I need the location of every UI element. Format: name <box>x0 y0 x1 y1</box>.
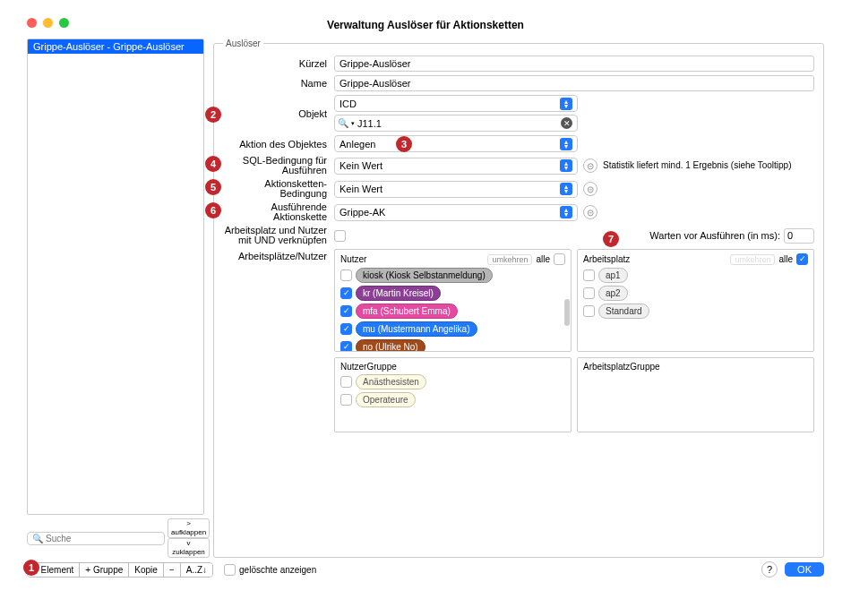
ap-chip: ap1 <box>598 268 628 283</box>
maximize-icon[interactable] <box>59 18 69 28</box>
label-apnutzer: Arbeitsplätze/Nutzer <box>223 249 327 261</box>
name-field[interactable] <box>334 75 814 91</box>
badge-4: 4 <box>205 156 221 172</box>
ap-checkbox[interactable] <box>583 287 595 299</box>
list-item[interactable]: mu (Mustermann Angelika) <box>340 321 565 337</box>
search-icon: 🔍 <box>32 534 43 543</box>
label-apund: Arbeitsplatz und Nutzer mit UND verknüpf… <box>223 226 327 245</box>
info-icon[interactable]: ⊝ <box>583 158 597 173</box>
ap-checkbox[interactable] <box>583 270 595 281</box>
user-checkbox[interactable] <box>340 287 352 299</box>
list-item[interactable]: no (Ulrike No) <box>340 339 565 352</box>
list-item[interactable]: ap2 <box>583 286 808 301</box>
search-icon: 🔍 <box>338 118 348 128</box>
help-button[interactable]: ? <box>761 561 778 578</box>
ausf-select[interactable]: Grippe-AK ▴▾ <box>334 204 578 221</box>
ap-chip: ap2 <box>598 286 628 301</box>
apund-checkbox[interactable] <box>334 230 346 242</box>
list-item[interactable]: Operateure <box>340 392 565 407</box>
close-icon[interactable] <box>27 18 37 28</box>
objekt-select[interactable]: ICD ▴▾ <box>334 95 578 112</box>
tree-item-selected[interactable]: Grippe-Auslöser - Grippe-Auslöser <box>28 39 203 54</box>
group-checkbox[interactable] <box>340 394 352 406</box>
badge-7: 7 <box>603 231 619 247</box>
kuerzel-field[interactable] <box>334 56 814 72</box>
group-checkbox[interactable] <box>340 376 352 388</box>
deleted-checkbox[interactable] <box>224 564 236 576</box>
label-kuerzel: Kürzel <box>223 58 327 69</box>
list-item[interactable]: ap1 <box>583 268 808 283</box>
panel-nutzer: Nutzer umkehren alle kiosk (Kiosk Selbst… <box>334 249 572 352</box>
panel-title: Arbeitsplatz <box>583 254 630 264</box>
panel-apgruppe: ArbeitsplatzGruppe <box>577 357 814 432</box>
user-checkbox[interactable] <box>340 323 352 335</box>
clear-icon[interactable]: ✕ <box>561 117 572 129</box>
chevron-down-icon: ▾ <box>351 120 355 127</box>
info-icon[interactable]: ⊝ <box>583 182 597 196</box>
label-warten: Warten vor Ausführen (in ms): <box>649 230 780 241</box>
user-chip: mu (Mustermann Angelika) <box>356 321 477 337</box>
info-icon[interactable]: ⊝ <box>583 205 597 219</box>
chevron-updown-icon: ▴▾ <box>560 138 572 150</box>
kopie-button[interactable]: Kopie <box>129 563 164 577</box>
user-checkbox[interactable] <box>340 270 352 281</box>
all-label: alle <box>536 254 550 264</box>
user-chip: kiosk (Kiosk Selbstanmeldung) <box>356 268 493 283</box>
list-item[interactable]: kr (Martin Kreisel) <box>340 286 565 301</box>
expand-button[interactable]: > aufklappen <box>168 518 210 538</box>
user-checkbox[interactable] <box>340 341 352 352</box>
group-chip: Anästhesisten <box>356 374 426 389</box>
deleted-label: gelöschte anzeigen <box>239 565 316 575</box>
panel-nutzergruppe: NutzerGruppe AnästhesistenOperateure <box>334 357 572 432</box>
user-chip: mfa (Schubert Emma) <box>356 304 458 319</box>
scrollbar[interactable] <box>564 299 570 326</box>
user-chip: no (Ulrike No) <box>356 339 426 352</box>
badge-3: 3 <box>396 136 412 152</box>
list-item[interactable]: Anästhesisten <box>340 374 565 389</box>
list-item[interactable]: kiosk (Kiosk Selbstanmeldung) <box>340 268 565 283</box>
minus-button[interactable]: − <box>164 563 181 577</box>
objekt-search[interactable]: 🔍 ▾ J11.1 ✕ <box>334 115 578 132</box>
chevron-updown-icon: ▴▾ <box>560 98 572 110</box>
all-checkbox[interactable] <box>554 253 565 265</box>
collapse-button[interactable]: v zuklappen <box>168 538 210 558</box>
ap-checkbox[interactable] <box>583 305 595 317</box>
label-name: Name <box>223 78 327 89</box>
invert-button[interactable]: umkehren <box>730 254 775 265</box>
akbed-select[interactable]: Kein Wert ▴▾ <box>334 181 578 198</box>
label-akbed: Aktionsketten-Bedingung <box>264 178 327 199</box>
sidebar-search[interactable]: 🔍 <box>27 532 165 545</box>
badge-2: 2 <box>205 107 221 123</box>
toolbar-buttons: + Element + Gruppe Kopie − A..Z↓ <box>27 562 213 578</box>
trigger-tree[interactable]: Grippe-Auslöser - Grippe-Auslöser <box>27 38 204 515</box>
chevron-updown-icon: ▴▾ <box>560 206 572 218</box>
badge-6: 6 <box>205 202 221 218</box>
window-title: Verwaltung Auslöser für Aktionsketten <box>27 19 824 31</box>
user-checkbox[interactable] <box>340 305 352 317</box>
ok-button[interactable]: OK <box>785 562 824 577</box>
badge-5: 5 <box>205 179 221 195</box>
list-item[interactable]: mfa (Schubert Emma) <box>340 304 565 319</box>
user-chip: kr (Martin Kreisel) <box>356 286 441 301</box>
sort-button[interactable]: A..Z↓ <box>181 563 212 577</box>
label-aktion: Aktion des Objektes <box>223 139 327 150</box>
search-input[interactable] <box>46 534 159 543</box>
sql-hint: Statistik liefert mind. 1 Ergebnis (sieh… <box>603 160 791 171</box>
all-checkbox[interactable] <box>796 253 808 265</box>
panel-arbeitsplatz: Arbeitsplatz umkehren alle ap1ap2Standar… <box>577 249 814 352</box>
all-label: alle <box>778 254 793 264</box>
panel-title: ArbeitsplatzGruppe <box>583 362 660 372</box>
label-sql: SQL-Bedingung für Ausführen <box>243 155 327 175</box>
badge-1: 1 <box>23 560 39 576</box>
invert-button[interactable]: umkehren <box>487 254 532 265</box>
sql-select[interactable]: Kein Wert ▴▾ <box>334 158 578 175</box>
aktion-select[interactable]: Anlegen 3 ▴▾ <box>334 135 578 152</box>
label-ausf: Ausführende Aktionskette <box>271 201 327 222</box>
list-item[interactable]: Standard <box>583 304 808 319</box>
chevron-updown-icon: ▴▾ <box>560 159 572 172</box>
warten-field[interactable] <box>784 228 814 244</box>
minimize-icon[interactable] <box>43 18 53 28</box>
panel-title: NutzerGruppe <box>340 362 397 372</box>
chevron-updown-icon: ▴▾ <box>560 183 572 195</box>
add-gruppe-button[interactable]: + Gruppe <box>80 563 129 577</box>
